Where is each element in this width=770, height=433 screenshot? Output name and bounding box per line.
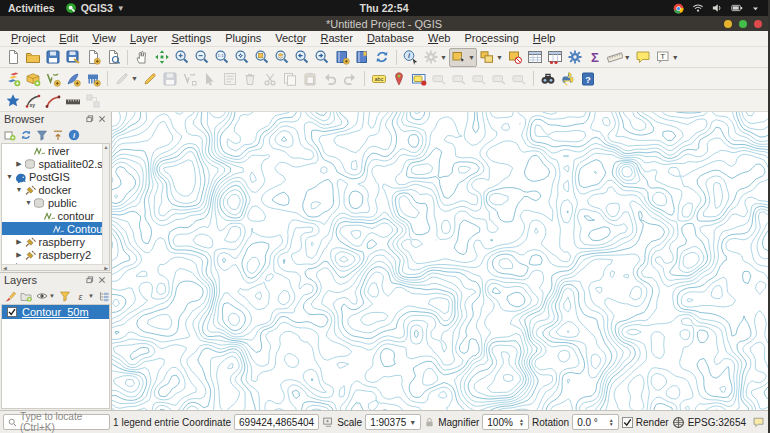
chevron-down-icon[interactable]: [751, 4, 760, 13]
pan-map-button[interactable]: [132, 48, 152, 67]
layer-diagram-options-button[interactable]: [389, 69, 409, 88]
menu-vector[interactable]: Vector: [268, 31, 313, 46]
network-icon[interactable]: [692, 2, 704, 14]
run-feature-action-button[interactable]: ▼: [421, 48, 449, 67]
maximize-button[interactable]: [739, 20, 747, 28]
menu-processing[interactable]: Processing: [457, 31, 525, 46]
expand-open-icon[interactable]: ▼: [5, 173, 14, 180]
browser-item-raspberry2[interactable]: ▶raspberry2: [2, 248, 109, 261]
refresh-browser-button[interactable]: [20, 129, 32, 141]
zoom-to-layer-button[interactable]: [272, 48, 292, 67]
coordinate-input[interactable]: 699424,4865404: [234, 414, 319, 430]
show-hide-labels-button[interactable]: [449, 69, 469, 88]
spin-arrows-icon[interactable]: ▲▼: [609, 418, 614, 426]
cut-features-button[interactable]: [260, 69, 280, 88]
browser-horizontal-scrollbar[interactable]: ◀▶: [2, 264, 109, 270]
chrome-icon[interactable]: [672, 2, 685, 15]
browser-float-button[interactable]: [85, 114, 95, 124]
zoom-last-button[interactable]: [292, 48, 312, 67]
layout-manager-button[interactable]: [103, 48, 123, 67]
manage-map-themes-button[interactable]: ▼: [36, 290, 55, 302]
current-edits-button[interactable]: ▼: [112, 69, 140, 88]
refresh-map-button[interactable]: [372, 48, 392, 67]
open-attribute-table-selected-button[interactable]: [545, 48, 565, 67]
new-virtual-layer-button[interactable]: [83, 69, 103, 88]
layers-close-button[interactable]: [97, 275, 107, 285]
crs-icon[interactable]: [672, 416, 685, 429]
browser-close-button[interactable]: [97, 114, 107, 124]
processing-toolbox-button[interactable]: [565, 48, 585, 67]
menu-settings[interactable]: Settings: [164, 31, 218, 46]
annotations-star-button[interactable]: [3, 91, 23, 110]
identify-features-button[interactable]: i: [401, 48, 421, 67]
expand-open-icon[interactable]: ▼: [24, 199, 33, 206]
zoom-next-button[interactable]: [312, 48, 332, 67]
menu-database[interactable]: Database: [360, 31, 421, 46]
pan-to-selection-button[interactable]: [152, 48, 172, 67]
rotate-label-button[interactable]: [489, 69, 509, 88]
save-project-button[interactable]: [43, 48, 63, 67]
rotation-spinbox[interactable]: 0.0 °▲▼: [572, 414, 619, 430]
collapse-all-button[interactable]: [52, 129, 64, 141]
magnifier-spinbox[interactable]: 100%▲▼: [482, 414, 529, 430]
menu-web[interactable]: Web: [421, 31, 457, 46]
browser-item-raspberry[interactable]: ▶raspberry: [2, 235, 109, 248]
browser-item-postgis[interactable]: ▼PostGIS: [2, 170, 109, 183]
save-layer-edits-button[interactable]: [160, 69, 180, 88]
metasearch-button[interactable]: [538, 69, 558, 88]
render-checkbox[interactable]: Render: [622, 417, 669, 428]
locator-input[interactable]: Type to locate (Ctrl+K): [3, 414, 110, 430]
show-properties-widget-button[interactable]: i: [68, 129, 80, 141]
crs-value[interactable]: EPSG:32654: [688, 417, 746, 428]
move-label-button[interactable]: [469, 69, 489, 88]
menu-edit[interactable]: Edit: [52, 31, 85, 46]
expand-closed-icon[interactable]: ▶: [15, 251, 24, 259]
deselect-features-button[interactable]: [505, 48, 525, 67]
show-statistical-summary-button[interactable]: Σ: [585, 48, 605, 67]
help-contents-button[interactable]: ?: [578, 69, 598, 88]
browser-item-docker[interactable]: ▼docker: [2, 183, 109, 196]
open-project-button[interactable]: [23, 48, 43, 67]
spin-arrows-icon[interactable]: ▲▼: [519, 418, 524, 426]
open-data-source-manager-button[interactable]: [3, 69, 23, 88]
expand-closed-icon[interactable]: ▶: [15, 238, 24, 246]
zoom-to-selection-button[interactable]: [252, 48, 272, 67]
show-bookmarks-button[interactable]: [352, 48, 372, 67]
menu-view[interactable]: View: [85, 31, 123, 46]
log-messages-icon[interactable]: [752, 416, 765, 428]
paste-features-button[interactable]: [300, 69, 320, 88]
layers-float-button[interactable]: [85, 275, 95, 285]
advanced-digitizing-button[interactable]: xy: [23, 91, 43, 110]
lock-scale-icon[interactable]: [424, 416, 435, 428]
menu-layer[interactable]: Layer: [123, 31, 165, 46]
menu-project[interactable]: Project: [4, 31, 52, 46]
zoom-native-button[interactable]: 1:1: [212, 48, 232, 67]
save-project-as-button[interactable]: [63, 48, 83, 67]
toggle-editing-button[interactable]: [140, 69, 160, 88]
close-button[interactable]: [754, 20, 762, 28]
browser-item-contour-50[interactable]: Contour_50: [2, 222, 109, 235]
activities-button[interactable]: Activities: [8, 2, 55, 14]
browser-item-contour[interactable]: contour: [2, 209, 109, 222]
digitize-with-curve-button[interactable]: [43, 91, 63, 110]
text-annotation-button[interactable]: T▼: [653, 48, 681, 67]
menu-raster[interactable]: Raster: [313, 31, 359, 46]
map-tips-button[interactable]: [633, 48, 653, 67]
pin-unpin-labels-button[interactable]: [429, 69, 449, 88]
open-attribute-table-button[interactable]: [525, 48, 545, 67]
change-label-properties-button[interactable]: [509, 69, 529, 88]
measure-line-button[interactable]: ▼: [605, 48, 633, 67]
new-bookmark-button[interactable]: [332, 48, 352, 67]
map-canvas-area[interactable]: [112, 112, 768, 410]
redo-button[interactable]: [340, 69, 360, 88]
layer-labeling-options-button[interactable]: abc: [369, 69, 389, 88]
browser-item-public[interactable]: ▼public: [2, 196, 109, 209]
open-layer-styling-button[interactable]: [4, 290, 16, 302]
filter-legend-button[interactable]: [59, 290, 71, 302]
python-console-button[interactable]: [558, 69, 578, 88]
zoom-out-button[interactable]: [192, 48, 212, 67]
vertex-tool-button[interactable]: [200, 69, 220, 88]
measure-dark-button[interactable]: [63, 91, 83, 110]
copy-features-button[interactable]: [280, 69, 300, 88]
menu-plugins[interactable]: Plugins: [218, 31, 268, 46]
